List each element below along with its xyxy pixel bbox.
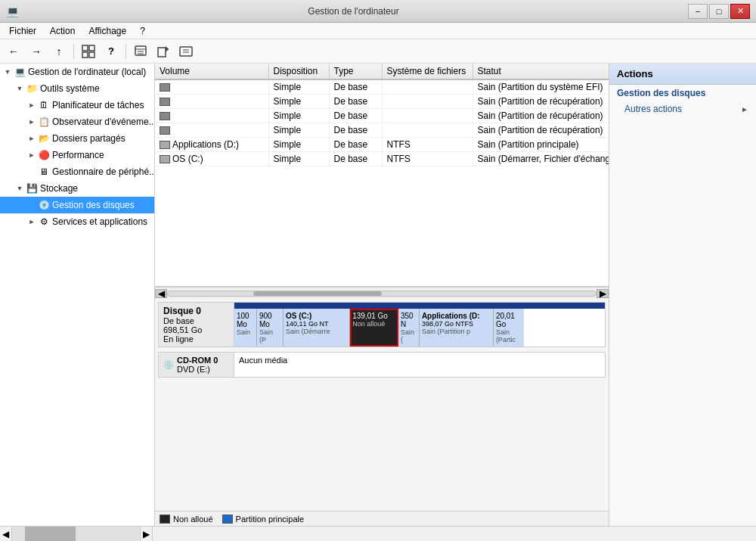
- disk-0-topbar: [234, 303, 605, 309]
- cell-type-0: De base: [329, 79, 382, 95]
- cdrom-0-type: DVD (E:): [177, 365, 218, 374]
- sidebar-dossiers-partages[interactable]: ► 📂 Dossiers partagés: [0, 130, 154, 147]
- cell-volume-2: [155, 109, 268, 123]
- table-row[interactable]: Simple De base Sain (Partition de récupé…: [155, 109, 609, 123]
- cell-volume-4: Applications (D:): [155, 138, 268, 152]
- table-row[interactable]: Simple De base Sain (Partition de récupé…: [155, 95, 609, 109]
- minimize-button[interactable]: −: [688, 4, 708, 19]
- sidebar-gestionnaire[interactable]: 🖥 Gestionnaire de périphé...: [0, 163, 154, 180]
- export-button[interactable]: [130, 42, 151, 61]
- table-hscroll[interactable]: ◀ ▶: [155, 287, 609, 299]
- title-bar: 💻 Gestion de l'ordinateur − □ ✕: [0, 0, 756, 23]
- menu-fichier[interactable]: Fichier: [3, 24, 42, 38]
- window-controls: − □ ✕: [688, 4, 750, 19]
- cell-type-4: De base: [329, 138, 382, 152]
- partition-unallocated[interactable]: 139,01 Go Non alloué: [350, 309, 398, 347]
- partition-20go[interactable]: 20,01 Go Sain (Partic: [494, 309, 524, 347]
- perf-icon: 🔴: [38, 149, 50, 161]
- up-button[interactable]: ↑: [48, 42, 70, 61]
- col-type[interactable]: Type: [329, 64, 382, 79]
- cell-volume-5: OS (C:): [155, 152, 268, 166]
- sidebar-scroll-right[interactable]: ▶: [141, 527, 153, 541]
- services-icon: ⚙: [38, 216, 50, 228]
- legend-unallocated-label: Non alloué: [173, 515, 213, 524]
- svg-rect-1: [89, 45, 94, 51]
- actions-autres-actions[interactable]: Autres actions ►: [609, 101, 756, 117]
- maximize-button[interactable]: □: [709, 4, 729, 19]
- disk-0-label: Disque 0 De base 698,51 Go En ligne: [159, 303, 234, 347]
- svg-rect-8: [158, 48, 166, 57]
- gestionnaire-label: Gestionnaire de périphé...: [52, 166, 154, 177]
- scroll-right-btn[interactable]: ▶: [596, 289, 609, 298]
- app-icon: 💻: [6, 5, 19, 17]
- partition-os-c[interactable]: OS (C:) 140,11 Go NT Sain (Démarre: [284, 309, 350, 347]
- cdrom-0-row: 💿 CD-ROM 0 DVD (E:) Aucun média: [158, 352, 606, 378]
- menu-affichage[interactable]: Affichage: [82, 24, 132, 38]
- gestion-disques-label: Gestion des disques: [52, 200, 135, 210]
- menu-action[interactable]: Action: [44, 24, 81, 38]
- sidebar-scroll-left[interactable]: ◀: [0, 527, 12, 541]
- cell-disp-1: Simple: [268, 95, 329, 109]
- col-disposition[interactable]: Disposition: [268, 64, 329, 79]
- show-hide-button[interactable]: [78, 42, 99, 61]
- legend-bar: Non alloué Partition principale: [155, 511, 609, 526]
- cdrom-0-name: CD-ROM 0: [177, 356, 218, 365]
- help-button[interactable]: ?: [101, 42, 122, 61]
- sidebar-root-label: Gestion de l'ordinateur (local): [28, 67, 146, 77]
- back-button[interactable]: ←: [3, 42, 24, 61]
- properties-button[interactable]: [175, 42, 197, 61]
- sidebar-gestion-disques[interactable]: 💿 Gestion des disques: [0, 197, 154, 213]
- col-volume[interactable]: Volume: [155, 64, 268, 79]
- expander-observ: ►: [26, 116, 38, 128]
- cell-volume-0: [155, 79, 268, 95]
- sidebar-observateur[interactable]: ► 📋 Observateur d'événeme...: [0, 113, 154, 130]
- performance-label: Performance: [52, 150, 104, 160]
- actions-section-gestion[interactable]: Gestion des disques: [609, 85, 756, 101]
- sidebar-scroll-thumb: [25, 527, 76, 541]
- sidebar-stockage[interactable]: ▼ 💾 Stockage: [0, 180, 154, 197]
- outils-systeme-label: Outils système: [40, 83, 100, 94]
- import-button[interactable]: [153, 42, 174, 61]
- table-row[interactable]: Simple De base Sain (Partition du systèm…: [155, 79, 609, 95]
- sidebar-scroll-track[interactable]: [12, 527, 141, 541]
- table-row[interactable]: Simple De base Sain (Partition de récupé…: [155, 123, 609, 138]
- dossiers-label: Dossiers partagés: [52, 133, 125, 144]
- cell-fs-1: [382, 95, 472, 109]
- expander-perf: ►: [26, 149, 38, 161]
- forward-button[interactable]: →: [26, 42, 47, 61]
- table-row[interactable]: Applications (D:) Simple De base NTFS Sa…: [155, 138, 609, 152]
- table-area[interactable]: Volume Disposition Type Système de fichi…: [155, 64, 609, 287]
- cell-volume-1: [155, 95, 268, 109]
- cell-stat-3: Sain (Partition de récupération): [472, 123, 609, 138]
- disk-0-partitions-inner: 100 Mo Sain 900 Mo Sain (P OS (C:): [234, 309, 605, 347]
- cell-disp-3: Simple: [268, 123, 329, 138]
- disk-0-row: Disque 0 De base 698,51 Go En ligne 100 …: [158, 302, 606, 347]
- scroll-track[interactable]: [167, 291, 596, 297]
- sidebar-performance[interactable]: ► 🔴 Performance: [0, 147, 154, 163]
- sidebar-root[interactable]: ▼ 💻 Gestion de l'ordinateur (local): [0, 64, 154, 80]
- expander-stockage: ▼: [14, 182, 26, 194]
- sidebar-services-applications[interactable]: ► ⚙ Services et applications: [0, 213, 154, 230]
- actions-panel: Actions Gestion des disques Autres actio…: [609, 64, 756, 526]
- sidebar-planificateur[interactable]: ► 🗓 Planificateur de tâches: [0, 97, 154, 113]
- disk-0-name: Disque 0: [163, 306, 229, 316]
- table-row[interactable]: OS (C:) Simple De base NTFS Sain (Démarr…: [155, 152, 609, 166]
- folder-icon: 📁: [26, 82, 38, 95]
- toolbar: ← → ↑ ?: [0, 39, 756, 64]
- close-button[interactable]: ✕: [730, 4, 750, 19]
- cdrom-0-content: Aucun média: [234, 353, 605, 377]
- sidebar-outils-systeme[interactable]: ▼ 📁 Outils système: [0, 80, 154, 97]
- col-statut[interactable]: Statut: [472, 64, 609, 79]
- col-filesystem[interactable]: Système de fichiers: [382, 64, 472, 79]
- partition-100mo[interactable]: 100 Mo Sain: [234, 309, 257, 347]
- scroll-left-btn[interactable]: ◀: [155, 289, 167, 298]
- partition-applications[interactable]: Applications (D: 398,07 Go NTFS Sain (Pa…: [420, 309, 494, 347]
- expander-services: ►: [26, 216, 38, 228]
- menu-help[interactable]: ?: [134, 24, 151, 38]
- partition-350[interactable]: 350 N Sain (: [398, 309, 420, 347]
- partition-900mo[interactable]: 900 Mo Sain (P: [257, 309, 284, 347]
- cell-fs-0: [382, 79, 472, 95]
- content-area: Volume Disposition Type Système de fichi…: [155, 64, 609, 526]
- svg-rect-0: [82, 45, 88, 51]
- storage-icon: 💾: [26, 182, 38, 194]
